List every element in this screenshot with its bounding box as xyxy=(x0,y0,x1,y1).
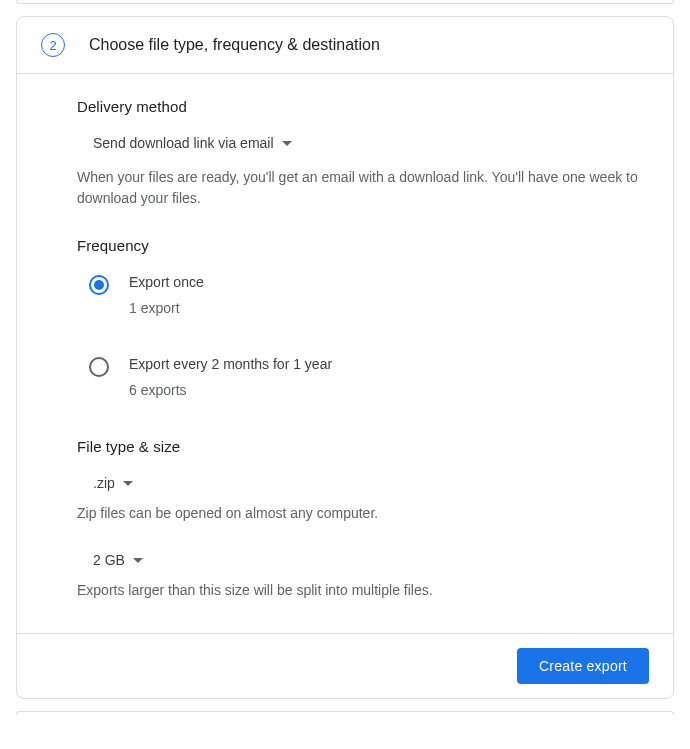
file-type-selected: .zip xyxy=(93,475,115,491)
delivery-method-help: When your files are ready, you'll get an… xyxy=(77,167,649,209)
step-footer: Create export xyxy=(17,633,673,698)
create-export-button[interactable]: Create export xyxy=(517,648,649,684)
frequency-option-once[interactable]: Export once 1 export xyxy=(77,266,649,324)
next-step-card-edge xyxy=(16,711,674,715)
radio-selected-icon xyxy=(89,275,109,295)
step-card: 2 Choose file type, frequency & destinat… xyxy=(16,16,674,699)
radio-unselected-icon xyxy=(89,357,109,377)
chevron-down-icon xyxy=(282,141,292,146)
file-size-help: Exports larger than this size will be sp… xyxy=(77,580,649,601)
radio-content: Export once 1 export xyxy=(129,274,204,316)
frequency-radio-group: Export once 1 export Export every 2 mont… xyxy=(77,266,649,406)
delivery-method-dropdown[interactable]: Send download link via email xyxy=(77,127,304,159)
file-type-help: Zip files can be opened on almost any co… xyxy=(77,503,649,524)
chevron-down-icon xyxy=(123,481,133,486)
frequency-heading: Frequency xyxy=(77,237,649,254)
file-size-dropdown[interactable]: 2 GB xyxy=(77,544,155,576)
frequency-option-label: Export every 2 months for 1 year xyxy=(129,356,332,372)
radio-content: Export every 2 months for 1 year 6 expor… xyxy=(129,356,332,398)
frequency-option-sublabel: 6 exports xyxy=(129,382,332,398)
file-type-size-heading: File type & size xyxy=(77,438,649,455)
frequency-option-sublabel: 1 export xyxy=(129,300,204,316)
step-title: Choose file type, frequency & destinatio… xyxy=(89,36,380,54)
previous-step-card-edge xyxy=(16,0,674,4)
chevron-down-icon xyxy=(133,558,143,563)
frequency-option-recurring[interactable]: Export every 2 months for 1 year 6 expor… xyxy=(77,348,649,406)
step-header: 2 Choose file type, frequency & destinat… xyxy=(17,17,673,74)
delivery-method-heading: Delivery method xyxy=(77,98,649,115)
step-number-badge: 2 xyxy=(41,33,65,57)
file-size-selected: 2 GB xyxy=(93,552,125,568)
file-type-dropdown[interactable]: .zip xyxy=(77,467,145,499)
frequency-option-label: Export once xyxy=(129,274,204,290)
delivery-method-selected: Send download link via email xyxy=(93,135,274,151)
step-body: Delivery method Send download link via e… xyxy=(17,74,673,633)
